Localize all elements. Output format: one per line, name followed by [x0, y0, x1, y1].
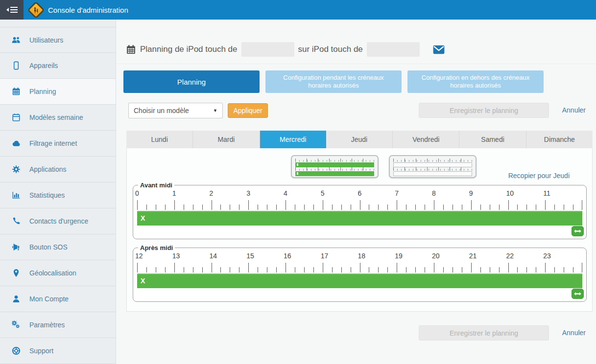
sidebar-item-modeles-semaine[interactable]: Modèles semaine	[0, 105, 116, 131]
sidebar-item-bouton-sos[interactable]: Bouton SOS	[0, 234, 116, 260]
tab-config-pendant-creneaux[interactable]: Configuration pendant les créneaux horai…	[265, 70, 402, 93]
ruler-hour-13[interactable]: 13	[174, 252, 212, 273]
quarter-tick	[304, 267, 305, 273]
sidebar-item-label: Applications	[29, 165, 67, 173]
day-tab-vendredi[interactable]: Vendredi	[393, 131, 459, 148]
day-tab-dimanche[interactable]: Dimanche	[526, 131, 593, 148]
day-tab-jeudi[interactable]: Jeudi	[326, 131, 393, 148]
ruler-hour-6[interactable]: 6	[360, 189, 397, 210]
sidebar-item-parametres[interactable]: Paramètres	[0, 312, 116, 338]
hour-label: 9	[469, 189, 473, 197]
ruler-hour-12[interactable]: 12	[137, 252, 174, 273]
quarter-tick	[564, 205, 564, 210]
ruler-hour-23[interactable]: 23	[545, 252, 582, 273]
quarter-tick	[490, 267, 490, 273]
sidebar-item-filtrage-internet[interactable]: Filtrage internet	[0, 131, 116, 157]
tab-config-dehors-creneaux[interactable]: Configuration en dehors des créneaux hor…	[407, 70, 544, 93]
mini-ruler	[295, 159, 374, 167]
sidebar-item-utilisateurs[interactable]: Utilisateurs	[0, 27, 116, 53]
hour-tick	[397, 200, 397, 210]
hour-tick	[434, 200, 434, 210]
day-tab-samedi[interactable]: Samedi	[459, 131, 526, 148]
sidebar-item-geolocalisation[interactable]: Géolocalisation	[0, 260, 116, 286]
quarter-tick	[230, 205, 230, 210]
day-tab-lundi[interactable]: Lundi	[126, 131, 193, 148]
hamburger-icon	[10, 7, 18, 13]
ruler-hour-10[interactable]: 10	[508, 189, 546, 210]
hour-label: 18	[358, 252, 366, 260]
mini-ruler	[393, 159, 472, 167]
hour-tick	[360, 263, 360, 273]
sidebar-collapse-button[interactable]	[0, 0, 24, 20]
ruler-hour-3[interactable]: 3	[248, 189, 286, 210]
quarter-tick	[536, 205, 536, 210]
ruler-hour-22[interactable]: 22	[508, 252, 546, 273]
ruler-hour-9[interactable]: 9	[471, 189, 508, 210]
quarter-tick	[462, 205, 462, 210]
hour-tick	[248, 263, 249, 273]
ruler-hour-18[interactable]: 18	[360, 252, 397, 273]
sidebar-item-support[interactable]: Support	[0, 338, 116, 364]
mini-ruler	[295, 167, 374, 176]
sidebar-item-contacts-urgence[interactable]: Contacts d'urgence	[0, 208, 116, 234]
hour-tick	[471, 263, 472, 273]
hour-tick	[582, 263, 582, 273]
horizontal-arrows-icon	[574, 292, 581, 296]
quarter-tick	[573, 267, 573, 273]
selection-x-marker[interactable]: X	[137, 273, 145, 288]
ruler-hour-0[interactable]: 0	[137, 189, 174, 210]
sidebar-item-applications[interactable]: Applications	[0, 157, 116, 182]
sidebar-item-label: Mon Compte	[29, 295, 69, 303]
ruler-selection-bar[interactable]: X	[137, 273, 582, 288]
quarter-tick	[267, 205, 267, 210]
ruler-hour-19[interactable]: 19	[397, 252, 434, 273]
ruler-hour-7[interactable]: 7	[397, 189, 434, 210]
day-tab-mercredi[interactable]: Mercredi	[260, 131, 326, 148]
ruler-avant-midi: Avant midi 01234567891011 X	[133, 182, 587, 239]
quarter-tick	[369, 205, 369, 210]
preset-full-day-button[interactable]	[291, 155, 379, 178]
ruler-hour-1[interactable]: 1	[174, 189, 212, 210]
quarter-tick	[378, 267, 379, 273]
model-select[interactable]: Choisir un modèle ▼	[128, 103, 223, 118]
tab-planning[interactable]: Planning	[123, 70, 260, 93]
ruler-hour-11[interactable]: 11	[545, 189, 582, 210]
ruler-hour-21[interactable]: 21	[471, 252, 508, 273]
hour-tick	[248, 200, 249, 210]
ruler-hour-16[interactable]: 16	[286, 252, 323, 273]
ruler-hour-17[interactable]: 17	[323, 252, 360, 273]
preset-empty-day-button[interactable]	[389, 155, 477, 178]
resize-handle[interactable]	[572, 289, 584, 299]
sidebar-item-planning[interactable]: Planning	[0, 79, 116, 105]
day-tab-mardi[interactable]: Mardi	[193, 131, 260, 148]
ruler-hour-20[interactable]: 20	[434, 252, 471, 273]
sidebar-item-mon-compte[interactable]: Mon Compte	[0, 286, 116, 312]
ruler-hour-15[interactable]: 15	[248, 252, 286, 273]
ruler-hour-2[interactable]: 2	[212, 189, 249, 210]
copy-to-next-day-link[interactable]: Recopier pour Jeudi	[508, 172, 570, 180]
ruler-hour-8[interactable]: 8	[434, 189, 471, 210]
apply-button[interactable]: Appliquer	[228, 103, 268, 118]
hour-label: 10	[506, 189, 514, 197]
quarter-tick	[369, 267, 369, 273]
ruler-hour-5[interactable]: 5	[323, 189, 360, 210]
sidebar-item-label: Planning	[29, 88, 56, 95]
sidebar-item-appareils[interactable]: Appareils	[0, 53, 116, 79]
ruler-legend: Après midi	[138, 244, 175, 251]
main-content: Planning de iPod touch de sur iPod touch…	[116, 20, 596, 364]
ruler-hour-14[interactable]: 14	[212, 252, 249, 273]
selection-x-marker[interactable]: X	[137, 211, 145, 226]
cancel-link-bottom[interactable]: Annuler	[562, 329, 586, 337]
resize-handle[interactable]	[572, 226, 584, 236]
quarter-tick	[573, 205, 573, 210]
save-planning-button-bottom[interactable]: Enregistrer le planning	[419, 325, 549, 341]
mail-button[interactable]	[433, 45, 445, 55]
ruler-selection-bar[interactable]: X	[137, 211, 582, 226]
cancel-link-top[interactable]: Annuler	[562, 106, 586, 114]
hour-tick	[286, 200, 286, 210]
hour-label: 21	[469, 252, 477, 260]
ruler-hour-4[interactable]: 4	[286, 189, 323, 210]
hour-tick	[508, 200, 509, 210]
save-planning-button-top[interactable]: Enregistrer le planning	[419, 103, 549, 118]
sidebar-item-statistiques[interactable]: Statistiques	[0, 182, 116, 208]
